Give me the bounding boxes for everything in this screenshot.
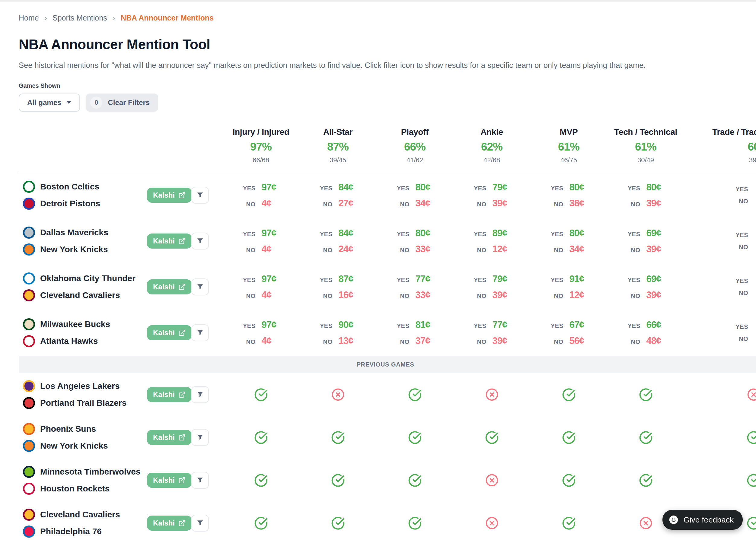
kalshi-link-button[interactable]: Kalshi <box>147 325 192 340</box>
kalshi-cell: Kalshi <box>147 233 191 249</box>
row-filter-button[interactable] <box>191 386 209 403</box>
row-filter-button[interactable] <box>191 232 209 249</box>
market-price-cell: YES 90¢ NO 13¢ <box>299 320 377 346</box>
category-fraction: 30/49 <box>607 156 684 164</box>
category-column-header: Playoff 66% 41/62 <box>377 127 453 164</box>
row-filter-button[interactable] <box>191 472 209 489</box>
yes-label: YES <box>545 185 563 192</box>
yes-label: YES <box>468 323 487 330</box>
no-label: NO <box>468 247 487 254</box>
filter-cell <box>191 232 223 249</box>
yes-price-row: YES 80¢ <box>530 182 607 193</box>
team-logo <box>23 289 35 301</box>
result-cell <box>530 473 607 487</box>
kalshi-link-button[interactable]: Kalshi <box>147 430 192 445</box>
external-link-icon <box>178 519 186 527</box>
team-name: Detroit Pistons <box>40 199 100 208</box>
yes-price-row: YES 77¢ <box>453 320 530 330</box>
matchup-cell: Boston Celtics Detroit Pistons <box>19 181 147 210</box>
yes-price-row: YES 84¢ <box>299 182 377 193</box>
yes-price-row: YES 80¢ <box>530 228 607 239</box>
yes-price: 97¢ <box>262 274 285 285</box>
breadcrumb-sports-mentions[interactable]: Sports Mentions <box>53 14 107 22</box>
no-price: 33¢ <box>415 290 438 301</box>
result-cell <box>299 473 377 487</box>
kalshi-link-button[interactable]: Kalshi <box>147 473 192 488</box>
kalshi-link-button[interactable]: Kalshi <box>147 387 192 402</box>
team-logo <box>23 525 35 538</box>
team-logo <box>23 198 35 210</box>
team-name: Cleveland Cavaliers <box>40 291 120 300</box>
no-label: NO <box>391 247 409 254</box>
category-percentage: 61% <box>607 141 684 153</box>
funnel-icon <box>196 519 204 527</box>
kalshi-cell: Kalshi <box>147 516 191 531</box>
no-label: NO <box>237 293 256 300</box>
yes-price-row: YES 81¢ <box>377 320 453 330</box>
category-fraction: 42/68 <box>453 156 530 164</box>
team-name: New York Knicks <box>40 441 108 451</box>
row-filter-button[interactable] <box>191 515 209 532</box>
kalshi-link-button[interactable]: Kalshi <box>147 279 192 294</box>
yes-price: 80¢ <box>569 182 592 193</box>
no-label: NO <box>730 198 748 205</box>
team-row-top: Cleveland Cavaliers <box>23 509 147 521</box>
yes-price-row: YES 97¢ <box>223 228 299 239</box>
check-circle-icon <box>408 431 422 444</box>
x-circle-icon <box>747 388 756 401</box>
yes-price-row: YES 90¢ <box>299 320 377 330</box>
result-cell <box>299 516 377 530</box>
previous-game-row: Minnesota Timberwolves Houston Rockets K… <box>19 459 756 502</box>
game-row: Dallas Mavericks New York Knicks Kalshi … <box>19 218 756 264</box>
category-percentage: 66% <box>377 141 453 153</box>
check-circle-icon <box>639 388 653 402</box>
kalshi-link-button[interactable]: Kalshi <box>147 233 192 249</box>
yes-price-row: YES <box>684 232 756 239</box>
check-circle-icon <box>408 516 422 530</box>
result-cell <box>299 388 377 401</box>
result-cell <box>453 516 530 530</box>
team-name: Los Angeles Lakers <box>40 381 120 391</box>
result-cell <box>684 388 756 401</box>
yes-price: 89¢ <box>493 228 516 239</box>
give-feedback-button[interactable]: Give feedback <box>663 510 743 530</box>
no-price-row: NO 39¢ <box>607 198 684 209</box>
category-percentage: 60 <box>684 141 756 153</box>
no-price: 34¢ <box>569 244 592 255</box>
yes-label: YES <box>545 277 563 284</box>
result-cell <box>684 431 756 444</box>
result-cell <box>453 431 530 444</box>
clear-filters-button[interactable]: 0 Clear Filters <box>86 93 158 112</box>
row-filter-button[interactable] <box>191 278 209 295</box>
category-name: Trade / Trad <box>666 127 756 137</box>
no-label: NO <box>545 293 563 300</box>
check-circle-icon <box>747 516 756 530</box>
no-label: NO <box>730 290 748 297</box>
breadcrumb-home[interactable]: Home <box>19 14 39 22</box>
filter-cell <box>191 386 223 403</box>
give-feedback-label: Give feedback <box>683 515 734 525</box>
team-logo <box>23 423 35 435</box>
external-link-icon <box>178 192 186 199</box>
matchup-cell: Phoenix Suns New York Knicks <box>19 423 147 452</box>
row-filter-button[interactable] <box>191 429 209 446</box>
games-shown-dropdown[interactable]: All games <box>19 93 80 112</box>
filter-cell <box>191 278 223 295</box>
kalshi-link-button[interactable]: Kalshi <box>147 188 192 203</box>
games-section: Boston Celtics Detroit Pistons Kalshi YE… <box>19 172 756 356</box>
yes-label: YES <box>730 232 748 239</box>
filter-cell <box>191 324 223 341</box>
kalshi-link-button[interactable]: Kalshi <box>147 516 192 531</box>
external-link-icon <box>178 329 186 337</box>
row-filter-button[interactable] <box>191 324 209 341</box>
no-price: 4¢ <box>262 336 285 346</box>
no-label: NO <box>237 247 256 254</box>
market-price-cell: YES 79¢ NO 39¢ <box>453 182 530 209</box>
chevron-right-icon: › <box>112 14 115 22</box>
category-percentage: 97% <box>223 141 299 153</box>
result-cell <box>607 431 684 444</box>
market-price-cell: YES 91¢ NO 12¢ <box>530 274 607 301</box>
row-filter-button[interactable] <box>191 187 209 203</box>
no-price: 4¢ <box>262 290 285 301</box>
category-percentage: 62% <box>453 141 530 153</box>
